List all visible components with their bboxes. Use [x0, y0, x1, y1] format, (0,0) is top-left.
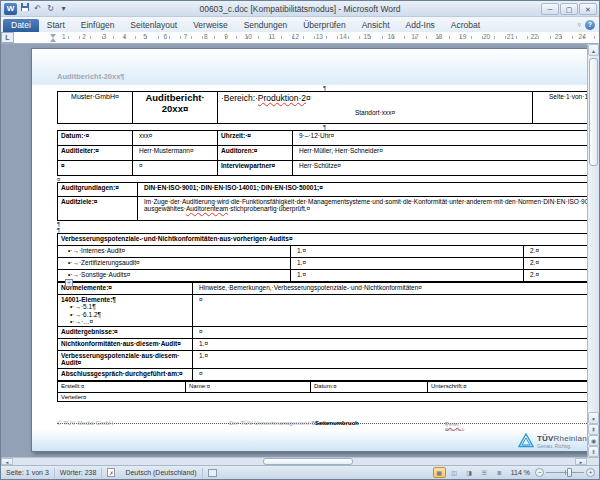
table-move-handle[interactable]: + [65, 279, 73, 287]
table-row: Normelemente:¤ Hinweise,·​Bemerkungen,·​… [58, 283, 588, 295]
misspelled-word: Auditorenteam [186, 205, 228, 212]
table-row: •·​→·​Zertifizierungsaudit¤ 1.¤ 2.¤ [58, 258, 588, 270]
zoom-slider[interactable] [546, 468, 584, 477]
zoom-out-button[interactable]: − [535, 468, 544, 477]
table-row: Verteiler¤ [58, 392, 588, 402]
tab-acrobat[interactable]: Acrobat [443, 19, 488, 32]
scrollbar-corner [587, 458, 599, 465]
draft-view-button[interactable]: ≣ [493, 467, 506, 478]
ruler-number: 21 [507, 33, 514, 40]
vorherige-audits-table: Verbesserungspotenziale-·​und·​Nichtkonf… [57, 233, 587, 282]
proofing-status[interactable] [102, 468, 120, 478]
tab-sendungen[interactable]: Sendungen [236, 19, 296, 32]
language-indicator[interactable]: Deutsch (Deutschland) [120, 468, 202, 478]
help-icon[interactable]: ? [585, 20, 595, 30]
table-row: Datum:·​¤ xxx¤ Uhrzeit:·​¤ 9·​–·​12·​Uhr… [58, 131, 588, 146]
ruler-number: 4 [123, 33, 127, 40]
header-band: Auditbericht-20xx¶ [32, 49, 587, 85]
tuv-rheinland-logo: TÜVRheinland® Genau. Richtig. [518, 433, 587, 449]
cell-page-number[interactable]: Seite·​1·​von·​1¤ [533, 92, 588, 124]
table-row: Auditziele:¤ Im·​Zuge·​der·​Auditierung·… [58, 197, 588, 221]
undo-icon[interactable]: ↶ [32, 3, 43, 15]
tab-datei[interactable]: Datei [3, 19, 39, 32]
cell-doc-title[interactable]: Auditbericht·​20xx¤ [133, 92, 218, 124]
tab-ueberpruefen[interactable]: Überprüfen [295, 19, 354, 32]
qat-customize-icon[interactable]: ▾ [58, 3, 69, 15]
horizontal-ruler[interactable]: 123456789101112131415161718192021222324 [14, 32, 599, 43]
status-bar: Seite: 1 von 3 Wörter: 238 Deutsch (Deut… [1, 465, 599, 479]
expand-ribbon-icon[interactable]: ▿ [577, 21, 581, 29]
footer-area[interactable]: ©·​TÜV·​Media·​GmbH Der·​TÜV-Umweltmanag… [57, 419, 587, 429]
ruler-number: 16 [387, 33, 394, 40]
ruler-number: 9 [224, 33, 228, 40]
table-row: Auditleiter:¤ Herr·​Mustermann¤ Auditore… [58, 146, 588, 161]
close-button[interactable]: ✕ [579, 3, 597, 15]
table-row: Nichtkonformitäten·​aus·​diesem·​Audit¤ … [58, 339, 588, 351]
table-row: ¤ ¤ Interviewpartner¤ Herr·​Schütze¤ [58, 161, 588, 176]
ruler-number: 3 [103, 33, 107, 40]
print-layout-view-button[interactable]: ▦ [433, 467, 446, 478]
brand-text: TÜVRheinland® [537, 433, 587, 443]
previous-page-button[interactable]: ⇞ [588, 424, 599, 435]
hscroll-thumb[interactable] [263, 458, 353, 465]
grundlagen-table: Auditgrundlagen:¤ DIN·​EN·​ISO·​9001;·​D… [57, 182, 587, 221]
table-row: Auditgrundlagen:¤ DIN·​EN·​ISO·​9001;·​D… [58, 183, 588, 197]
page-break-label: Seitenumbruch [315, 420, 359, 426]
vscroll-thumb[interactable] [589, 58, 598, 166]
cell-bereich[interactable]: ·​Bereich:·​Produktion·​2¤ Standort·​xxx… [218, 92, 533, 124]
tab-seitenlayout[interactable]: Seitenlayout [122, 19, 185, 32]
ruler-number: 10 [245, 33, 252, 40]
word-count[interactable]: Wörter: 238 [55, 468, 103, 478]
tab-einfuegen[interactable]: Einfügen [73, 19, 123, 32]
next-page-button[interactable]: ⇟ [588, 446, 599, 457]
table-row: •·​→·​Sonstige·​Audits¤ 1.¤ 2.¤ [58, 270, 588, 282]
vscroll-track[interactable] [588, 56, 599, 412]
ruler-number: 6 [163, 33, 167, 40]
tab-stop-selector[interactable]: L [1, 32, 14, 43]
minimize-button[interactable]: ─ [541, 3, 559, 15]
erstellt-table: Erstellt:¤ Name:¤ Datum:¤ Unterschrift:¤… [57, 381, 587, 403]
redo-icon[interactable]: ↻ [45, 3, 56, 15]
table-header-row: Verbesserungspotenziale-·​und·​Nichtkonf… [58, 234, 588, 246]
normelemente-table: Normelemente:¤ Hinweise,·​Bemerkungen,·​… [57, 282, 587, 381]
outline-view-button[interactable]: ☰ [478, 467, 491, 478]
quick-access-toolbar: W ↶ ↻ ▾ [1, 3, 69, 15]
macro-record-status[interactable] [203, 468, 222, 478]
ruler-number: 14 [340, 33, 347, 40]
scroll-up-icon[interactable]: ▲ [588, 44, 599, 56]
ruler-number: 22 [531, 33, 538, 40]
tab-verweise[interactable]: Verweise [185, 19, 236, 32]
fullscreen-reading-view-button[interactable]: ◫ [448, 467, 461, 478]
save-icon[interactable] [19, 3, 30, 15]
vertical-scrollbar[interactable]: ▲ ▼ ⇞ ◉ ⇟ [587, 44, 599, 457]
window-controls: ─ ▢ ✕ [541, 3, 599, 15]
web-layout-view-button[interactable]: ◨ [463, 467, 476, 478]
document-canvas[interactable]: Auditbericht-20xx¶ ¶ Muster·​GmbH¤ Audit… [1, 44, 587, 457]
zoom-level[interactable]: 114 % [508, 469, 533, 476]
info-table: Datum:·​¤ xxx¤ Uhrzeit:·​¤ 9·​–·​12·​Uhr… [57, 130, 587, 176]
ruler-row: L 12345678910111213141516171819202122232… [1, 32, 599, 44]
scroll-left-icon[interactable]: ◄ [1, 458, 13, 465]
word-app-icon[interactable]: W [4, 3, 17, 15]
tab-addins[interactable]: Add-Ins [398, 19, 443, 32]
zoom-slider-thumb[interactable] [567, 468, 572, 477]
ruler-number: 18 [435, 33, 442, 40]
cell-company[interactable]: Muster·​GmbH¤ [58, 92, 133, 124]
tab-start[interactable]: Start [39, 19, 73, 32]
zoom-in-button[interactable]: + [586, 468, 595, 477]
hscroll-track[interactable] [13, 458, 575, 465]
page-indicator[interactable]: Seite: 1 von 3 [1, 468, 55, 478]
scroll-right-icon[interactable]: ► [575, 458, 587, 465]
page[interactable]: Auditbericht-20xx¶ ¶ Muster·​GmbH¤ Audit… [31, 48, 587, 452]
footer-left: ©·​TÜV·​Media·​GmbH [57, 420, 113, 426]
select-browse-object-button[interactable]: ◉ [588, 435, 599, 446]
indent-marker[interactable] [50, 34, 56, 38]
restore-button[interactable]: ▢ [560, 3, 578, 15]
running-header: Auditbericht-20xx¶ [57, 72, 125, 81]
ruler-number: 19 [459, 33, 466, 40]
scroll-down-icon[interactable]: ▼ [588, 412, 599, 424]
ruler-number: 2 [82, 33, 86, 40]
ruler-number: 1 [62, 33, 66, 40]
tab-ansicht[interactable]: Ansicht [354, 19, 398, 32]
horizontal-scrollbar[interactable]: ◄ ► [1, 457, 599, 465]
